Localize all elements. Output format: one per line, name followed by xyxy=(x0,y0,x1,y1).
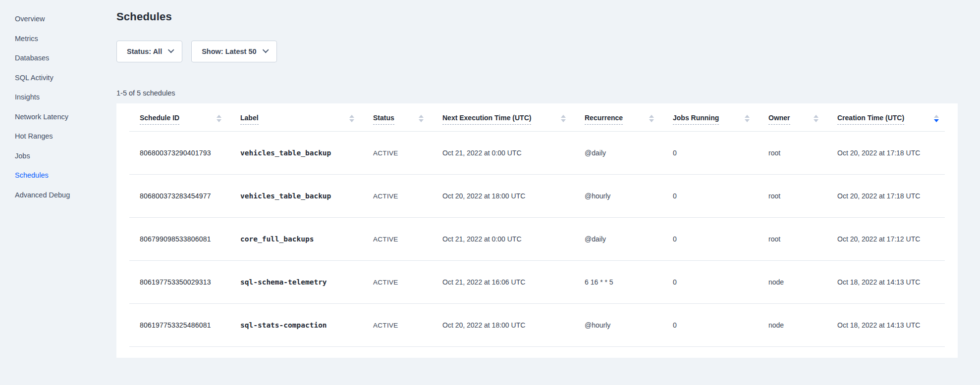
sort-ascending-arrow-icon xyxy=(349,115,354,118)
sort-ascending-arrow-icon xyxy=(814,115,818,118)
cell-schedule-id: 806800373290401793 xyxy=(140,149,240,157)
column-header-label[interactable]: Schedule ID xyxy=(140,114,179,125)
sidebar-item-advanced-debug[interactable]: Advanced Debug xyxy=(15,190,116,200)
table-row[interactable]: 806800373290401793vehicles_table_backupA… xyxy=(129,132,945,175)
cell-status: ACTIVE xyxy=(373,149,442,157)
table-row[interactable]: 806197753350029313sql-schema-telemetryAC… xyxy=(129,261,945,304)
cell-jobs-running: 0 xyxy=(673,192,768,200)
main-content: Schedules Status: All Show: Latest 50 1-… xyxy=(116,0,958,358)
cell-creation-time: Oct 20, 2022 at 17:18 UTC xyxy=(837,149,945,157)
status-filter-dropdown[interactable]: Status: All xyxy=(116,41,182,62)
column-header-owner: Owner xyxy=(768,114,837,125)
table-row[interactable]: 806197753325486081sql-stats-compactionAC… xyxy=(129,304,945,347)
sort-icon[interactable] xyxy=(217,115,221,122)
chevron-down-icon xyxy=(262,47,269,53)
sidebar-item-jobs[interactable]: Jobs xyxy=(15,151,116,161)
column-header-label[interactable]: Label xyxy=(240,114,259,125)
cell-creation-time: Oct 18, 2022 at 14:13 UTC xyxy=(837,321,945,329)
column-header-label[interactable]: Owner xyxy=(768,114,790,125)
cell-jobs-running: 0 xyxy=(673,278,768,286)
cell-status: ACTIVE xyxy=(373,192,442,200)
cell-next-execution: Oct 21, 2022 at 0:00 UTC xyxy=(442,235,585,243)
cell-next-execution: Oct 20, 2022 at 18:00 UTC xyxy=(442,192,585,200)
sort-icon[interactable] xyxy=(814,115,818,122)
sort-icon[interactable] xyxy=(561,115,566,122)
cell-creation-time: Oct 20, 2022 at 17:18 UTC xyxy=(837,192,945,200)
cell-recurrence: @daily xyxy=(585,235,673,243)
sort-icon[interactable] xyxy=(745,115,750,122)
cell-status: ACTIVE xyxy=(373,322,442,329)
cell-schedule-id: 806799098533806081 xyxy=(140,235,240,243)
column-header-label[interactable]: Next Execution Time (UTC) xyxy=(442,114,531,125)
cell-status: ACTIVE xyxy=(373,279,442,286)
cell-recurrence: @hourly xyxy=(585,192,673,200)
cell-next-execution: Oct 21, 2022 at 0:00 UTC xyxy=(442,149,585,157)
sort-icon[interactable] xyxy=(349,115,354,122)
sidebar-item-sql-activity[interactable]: SQL Activity xyxy=(15,73,116,83)
cell-label[interactable]: core_full_backups xyxy=(240,235,373,243)
cell-owner: root xyxy=(768,149,837,157)
show-limit-dropdown[interactable]: Show: Latest 50 xyxy=(191,41,276,62)
column-header-schedule-id: Schedule ID xyxy=(140,114,240,125)
sort-descending-arrow-icon xyxy=(745,119,750,122)
cell-label[interactable]: sql-schema-telemetry xyxy=(240,278,373,286)
schedules-table-card: Schedule IDLabelStatusNext Execution Tim… xyxy=(116,103,958,358)
sort-ascending-arrow-icon xyxy=(217,115,221,118)
sort-icon[interactable] xyxy=(934,115,939,122)
sort-descending-arrow-icon xyxy=(649,119,654,122)
cell-jobs-running: 0 xyxy=(673,149,768,157)
cell-schedule-id: 806197753325486081 xyxy=(140,321,240,329)
cell-label[interactable]: vehicles_table_backup xyxy=(240,149,373,157)
sidebar-item-overview[interactable]: Overview xyxy=(15,14,116,24)
table-row[interactable]: 806799098533806081core_full_backupsACTIV… xyxy=(129,218,945,261)
cell-label[interactable]: sql-stats-compaction xyxy=(240,321,373,329)
sort-descending-arrow-icon xyxy=(561,119,566,122)
sort-ascending-arrow-icon xyxy=(649,115,654,118)
column-header-label[interactable]: Status xyxy=(373,114,394,125)
column-header-status: Status xyxy=(373,114,442,125)
cell-creation-time: Oct 18, 2022 at 14:13 UTC xyxy=(837,278,945,286)
column-header-label[interactable]: Creation Time (UTC) xyxy=(837,114,904,125)
table-row[interactable]: 806800373283454977vehicles_table_backupA… xyxy=(129,175,945,218)
cell-creation-time: Oct 20, 2022 at 17:12 UTC xyxy=(837,235,945,243)
cell-schedule-id: 806800373283454977 xyxy=(140,192,240,200)
table-body: 806800373290401793vehicles_table_backupA… xyxy=(129,132,945,347)
filter-bar: Status: All Show: Latest 50 xyxy=(116,41,958,62)
sort-icon[interactable] xyxy=(419,115,424,122)
sidebar-item-insights[interactable]: Insights xyxy=(15,92,116,102)
cell-schedule-id: 806197753350029313 xyxy=(140,278,240,286)
column-header-label[interactable]: Recurrence xyxy=(585,114,623,125)
sidebar-item-hot-ranges[interactable]: Hot Ranges xyxy=(15,131,116,141)
sort-ascending-arrow-icon xyxy=(561,115,566,118)
page-title: Schedules xyxy=(116,10,958,24)
sort-descending-arrow-icon xyxy=(814,119,818,122)
sidebar-item-databases[interactable]: Databases xyxy=(15,53,116,63)
sidebar-nav: OverviewMetricsDatabasesSQL ActivityInsi… xyxy=(0,0,116,385)
cell-owner: root xyxy=(768,192,837,200)
column-header-label: Label xyxy=(240,114,373,125)
sidebar-item-metrics[interactable]: Metrics xyxy=(15,34,116,44)
sort-descending-arrow-icon xyxy=(934,119,939,122)
sort-icon[interactable] xyxy=(649,115,654,122)
sort-ascending-arrow-icon xyxy=(419,115,424,118)
schedules-page: { "sidebar": { "items": [ { "label": "Ov… xyxy=(0,0,980,385)
cell-jobs-running: 0 xyxy=(673,321,768,329)
column-header-label[interactable]: Jobs Running xyxy=(673,114,719,125)
cell-recurrence: @hourly xyxy=(585,321,673,329)
cell-recurrence: @daily xyxy=(585,149,673,157)
column-header-creation-time-utc: Creation Time (UTC) xyxy=(837,114,945,125)
cell-owner: node xyxy=(768,321,837,329)
results-count: 1-5 of 5 schedules xyxy=(116,88,958,98)
sort-descending-arrow-icon xyxy=(419,119,424,122)
cell-next-execution: Oct 20, 2022 at 18:00 UTC xyxy=(442,321,585,329)
sidebar-item-schedules[interactable]: Schedules xyxy=(15,170,116,180)
cell-status: ACTIVE xyxy=(373,236,442,243)
sidebar-item-network-latency[interactable]: Network Latency xyxy=(15,112,116,122)
cell-label[interactable]: vehicles_table_backup xyxy=(240,192,373,200)
sort-descending-arrow-icon xyxy=(349,119,354,122)
sort-descending-arrow-icon xyxy=(217,119,221,122)
cell-owner: node xyxy=(768,278,837,286)
cell-recurrence: 6 16 * * 5 xyxy=(585,278,673,286)
column-header-next-execution-time-utc: Next Execution Time (UTC) xyxy=(442,114,585,125)
cell-owner: root xyxy=(768,235,837,243)
